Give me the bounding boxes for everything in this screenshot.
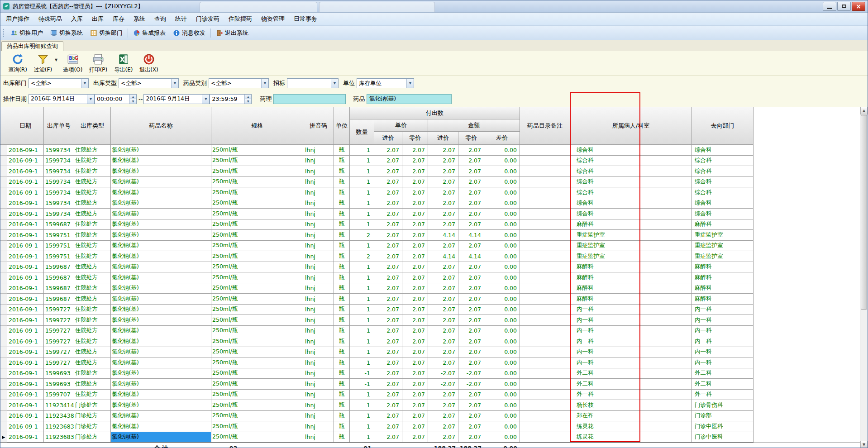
cell-price-diff[interactable]: 0.00	[484, 198, 520, 209]
cell-unit-retail-price[interactable]: 2.07	[402, 390, 428, 400]
cell-issue-type[interactable]: 门诊处方	[74, 411, 111, 422]
cell-date[interactable]: 2016-09-1	[7, 294, 44, 305]
cell-dest-dept[interactable]: 内一科	[692, 357, 754, 368]
table-row[interactable]: 2016-09-11599687住院处方氯化钠(基)250ml/瓶lhnj瓶12…	[0, 262, 861, 273]
cell-qty[interactable]: 1	[350, 305, 374, 315]
cell-unit-retail-price[interactable]: 2.07	[402, 421, 428, 432]
cell-amount-cost[interactable]: 2.07	[428, 390, 458, 400]
cell-dest-dept[interactable]: 麻醉科	[692, 294, 754, 305]
cell-patient-dept[interactable]: 内一科	[570, 315, 692, 326]
menu-item[interactable]: 出库	[87, 13, 108, 25]
col-header-drug-name[interactable]: 药品名称	[111, 107, 211, 145]
cell-order-no[interactable]: 1599734	[44, 156, 74, 167]
cell-unit[interactable]: 瓶	[334, 347, 350, 358]
cell-dest-dept[interactable]: 综合科	[692, 166, 754, 177]
cell-drug-name[interactable]: 氯化钠(基)	[111, 315, 211, 326]
cell-pinyin[interactable]: lhnj	[303, 262, 334, 273]
cell-amount-cost[interactable]: 2.07	[428, 262, 458, 273]
cell-price-diff[interactable]: 0.00	[484, 251, 520, 262]
cell-spec[interactable]: 250ml/瓶	[211, 283, 303, 294]
cell-date[interactable]: 2016-09-1	[7, 326, 44, 337]
chevron-down-icon[interactable]: ▼	[331, 79, 338, 88]
cell-price-diff[interactable]: 0.00	[484, 305, 520, 315]
cell-pinyin[interactable]: lhnj	[303, 336, 334, 347]
cell-issue-type[interactable]: 住院处方	[74, 145, 111, 156]
cell-drug-name[interactable]: 氯化钠(基)	[111, 400, 211, 411]
cell-issue-type[interactable]: 住院处方	[74, 336, 111, 347]
cell-order-no[interactable]: 1599751	[44, 241, 74, 252]
cell-pinyin[interactable]: lhnj	[303, 400, 334, 411]
cell-drug-name[interactable]: 氯化钠(基)	[111, 209, 211, 219]
cell-amount-cost[interactable]: 2.07	[428, 145, 458, 156]
spin-down-icon[interactable]: ▼	[245, 99, 251, 104]
menu-item[interactable]: 门诊发药	[191, 13, 224, 25]
cell-date[interactable]: 2016-09-1	[7, 305, 44, 315]
cell-amount-retail[interactable]: 2.07	[458, 347, 484, 358]
cell-price-diff[interactable]: 0.00	[484, 368, 520, 379]
cell-pinyin[interactable]: lhnj	[303, 209, 334, 219]
spinner-buttons[interactable]: ▲▼	[129, 95, 136, 104]
cell-pinyin[interactable]: lhnj	[303, 411, 334, 422]
cell-drug-name[interactable]: 氯化钠(基)	[111, 411, 211, 422]
cell-order-no[interactable]: 1599734	[44, 177, 74, 188]
cell-unit[interactable]: 瓶	[334, 411, 350, 422]
cell-unit[interactable]: 瓶	[334, 283, 350, 294]
cell-catalog-note[interactable]	[520, 432, 570, 443]
cell-dest-dept[interactable]: 内一科	[692, 336, 754, 347]
cell-issue-type[interactable]: 住院处方	[74, 272, 111, 283]
cell-dest-dept[interactable]: 麻醉科	[692, 219, 754, 230]
cell-unit-cost-price[interactable]: 2.07	[374, 156, 402, 167]
cell-pinyin[interactable]: lhnj	[303, 177, 334, 188]
cell-price-diff[interactable]: 0.00	[484, 336, 520, 347]
cell-amount-retail[interactable]: 2.07	[458, 390, 484, 400]
cell-order-no[interactable]: 1599727	[44, 336, 74, 347]
cell-spec[interactable]: 250ml/瓶	[211, 368, 303, 379]
cell-patient-dept[interactable]: 外二科	[570, 368, 692, 379]
col-header-payout-group[interactable]: 付出数	[350, 107, 520, 119]
chevron-down-icon[interactable]: ▼	[406, 79, 414, 88]
cell-dest-dept[interactable]: 外二科	[692, 368, 754, 379]
cell-amount-retail[interactable]: 2.07	[458, 219, 484, 230]
cell-drug-name[interactable]: 氯化钠(基)	[111, 166, 211, 177]
cell-amount-retail[interactable]: 2.07	[458, 166, 484, 177]
chevron-down-icon[interactable]: ▼	[261, 79, 268, 88]
cell-amount-cost[interactable]: 2.07	[428, 357, 458, 368]
cell-amount-retail[interactable]: 2.07	[458, 315, 484, 326]
cell-amount-retail[interactable]: 2.07	[458, 400, 484, 411]
col-header-date[interactable]: 日期	[7, 107, 44, 145]
table-row[interactable]: 2016-09-11599727住院处方氯化钠(基)250ml/瓶lhnj瓶12…	[0, 315, 861, 326]
cell-qty[interactable]: -1	[350, 379, 374, 390]
cell-unit-cost-price[interactable]: 2.07	[374, 305, 402, 315]
col-header-pinyin[interactable]: 拼音码	[303, 107, 334, 145]
cell-patient-dept[interactable]: 综合科	[570, 145, 692, 156]
cell-catalog-note[interactable]	[520, 219, 570, 230]
cell-spec[interactable]: 250ml/瓶	[211, 156, 303, 167]
cell-patient-dept[interactable]: 练灵花	[570, 432, 692, 443]
cell-unit[interactable]: 瓶	[334, 177, 350, 188]
cell-amount-cost[interactable]: 2.07	[428, 305, 458, 315]
cell-amount-cost[interactable]: 2.07	[428, 219, 458, 230]
cell-dest-dept[interactable]: 内一科	[692, 305, 754, 315]
col-header-issue-type[interactable]: 出库类型	[74, 107, 111, 145]
cell-drug-name[interactable]: 氯化钠(基)	[111, 262, 211, 273]
cell-unit[interactable]: 瓶	[334, 336, 350, 347]
cell-qty[interactable]: 1	[350, 272, 374, 283]
cell-patient-dept[interactable]: 麻醉科	[570, 294, 692, 305]
cell-amount-cost[interactable]: -2.07	[428, 379, 458, 390]
cell-pinyin[interactable]: lhnj	[303, 145, 334, 156]
bidding-dropdown[interactable]: ▼	[287, 78, 339, 88]
cell-catalog-note[interactable]	[520, 283, 570, 294]
scroll-thumb[interactable]	[861, 115, 867, 310]
cell-unit-cost-price[interactable]: 2.07	[374, 230, 402, 241]
cell-unit[interactable]: 瓶	[334, 315, 350, 326]
cell-amount-cost[interactable]: 2.07	[428, 336, 458, 347]
cell-spec[interactable]: 250ml/瓶	[211, 336, 303, 347]
cell-dest-dept[interactable]: 综合科	[692, 156, 754, 167]
cell-unit[interactable]: 瓶	[334, 219, 350, 230]
menu-item[interactable]: 库存	[108, 13, 129, 25]
cell-pinyin[interactable]: lhnj	[303, 166, 334, 177]
cell-drug-name[interactable]: 氯化钠(基)	[111, 294, 211, 305]
cell-spec[interactable]: 250ml/瓶	[211, 411, 303, 422]
cell-price-diff[interactable]: 0.00	[484, 187, 520, 198]
cell-order-no[interactable]: 1599734	[44, 209, 74, 219]
